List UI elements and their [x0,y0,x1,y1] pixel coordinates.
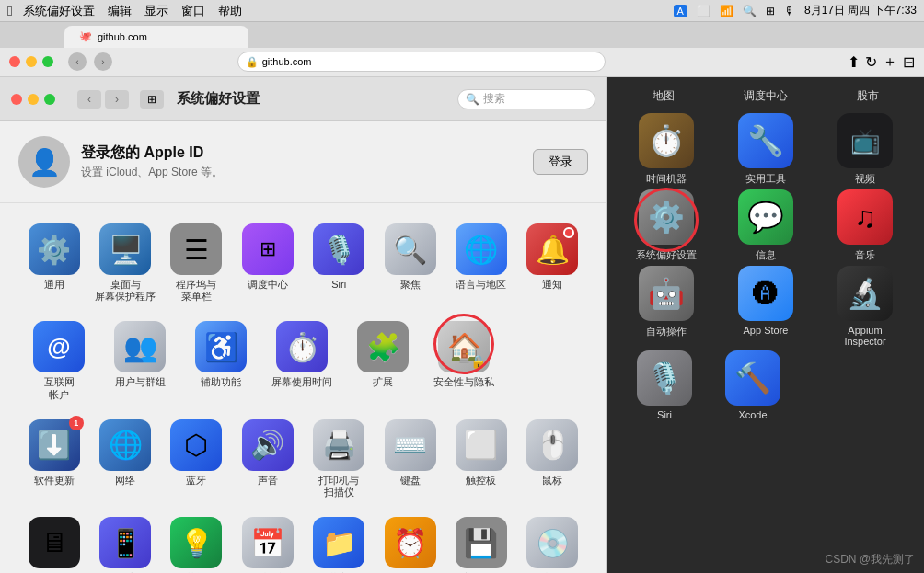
screentime-icon: ⏱️ [276,321,328,372]
add-tab-icon[interactable]: ＋ [883,52,897,72]
screentime-label: 屏幕使用时间 [271,376,332,388]
browser-tab[interactable]: 🐙 github.com [64,26,248,48]
sp-maximize-button[interactable] [44,94,55,105]
icon-desktop[interactable]: 🖥️ 桌面与屏幕保护程序 [89,218,160,308]
icon-spotlight[interactable]: 🔍 聚焦 [375,218,445,308]
icon-timemachine[interactable]: ⏰ 时间机器 [375,511,445,573]
menubar-syspref[interactable]: 系统偏好设置 [23,3,95,19]
back-button[interactable]: ‹ [68,52,87,71]
dock-icon: ☰ [170,223,222,275]
search-icon: 🔍 [466,93,479,106]
rp-app-appstore[interactable]: 🅐 App Store [729,266,803,347]
maximize-button[interactable] [42,56,53,67]
rp-xcode-label: Xcode [738,409,767,420]
sidebar-toggle-icon[interactable]: ⊟ [903,53,915,71]
icon-display[interactable]: 🖥 显示器 [18,511,89,573]
rp-timemachine-icon: ⏱️ [639,113,694,168]
siri-icon[interactable]: 🎙 [784,5,795,17]
icon-keyboard[interactable]: ⌨️ 键盘 [375,414,445,504]
forward-button[interactable]: › [94,52,112,71]
menubar-window[interactable]: 窗口 [181,3,205,19]
close-button[interactable] [9,56,20,67]
icon-datetime[interactable]: 📅 日期与时间 [232,511,303,573]
share-icon[interactable]: ⬆ [848,53,860,71]
sharing-icon: 📁 [313,517,364,568]
rp-row-1: ⏱️ 时间机器 🔧 实用工具 📺 视频 [618,113,913,186]
menubar-display[interactable]: 显示 [144,3,168,19]
rp-app-siri[interactable]: 🎙️ Siri [628,350,701,420]
users-label: 用户与群组 [115,376,166,388]
rp-app-utility[interactable]: 🔧 实用工具 [729,113,803,186]
icon-battery2[interactable]: 💡 节能 [161,511,232,573]
icon-mouse[interactable]: 🖱️ 鼠标 [517,414,588,504]
icon-printer[interactable]: 🖨️ 打印机与扫描仪 [304,414,375,504]
softupdate-label: 软件更新 [34,475,75,487]
users-icon: 👥 [114,321,166,372]
icon-users[interactable]: 👥 用户与群组 [99,315,180,406]
url-text: github.com [262,56,312,67]
syspref-search[interactable]: 🔍 搜索 [457,89,595,109]
icons-row-2: @ 互联网帐户 👥 用户与群组 ♿ 辅助功能 ⏱️ 屏幕使用时间 [18,315,588,406]
icon-dock[interactable]: ☰ 程序坞与菜单栏 [161,218,232,308]
sp-grid-button[interactable]: ⊞ [140,90,164,109]
icons-row-3: ⬇️ 1 软件更新 🌐 网络 ⬡ 蓝牙 🔊 [18,414,588,504]
sound-label: 声音 [258,475,278,487]
bluetooth-label: 蓝牙 [186,475,206,487]
icon-sharing[interactable]: 📁 共享 [304,511,375,573]
icon-internet[interactable]: @ 互联网帐户 [18,315,99,406]
search-placeholder: 搜索 [483,91,505,107]
sp-back-button[interactable]: ‹ [77,90,101,109]
rp-app-automator[interactable]: 🤖 自动操作 [629,266,703,347]
icon-screentime[interactable]: ⏱️ 屏幕使用时间 [261,315,342,406]
rp-siri-label: Siri [657,409,672,420]
rp-app-timemachine[interactable]: ⏱️ 时间机器 [629,113,703,186]
rp-app-syspref[interactable]: ⚙️ 系统偏好设置 [629,189,703,262]
icon-mission[interactable]: ⊞ 调度中心 [232,218,303,308]
desktop-label: 桌面与屏幕保护程序 [95,279,156,303]
sp-close-button[interactable] [11,94,22,105]
icon-sidecar[interactable]: 📱 随航 [89,511,160,573]
mission-label: 调度中心 [248,279,288,291]
icon-bluetooth[interactable]: ⬡ 蓝牙 [161,414,232,504]
icon-sound[interactable]: 🔊 声音 [232,414,303,504]
rp-app-appium[interactable]: 🔬 Appium Inspector [828,266,902,347]
rp-app-tv[interactable]: 📺 视频 [828,113,902,186]
refresh-icon[interactable]: ↻ [865,53,877,71]
general-label: 通用 [44,279,64,291]
icon-general[interactable]: ⚙️ 通用 [18,218,89,308]
rp-app-xcode[interactable]: 🔨 Xcode [716,350,790,420]
browser-controls: ‹ › 🔒 github.com ⬆ ↻ ＋ ⊟ [0,48,924,76]
rp-tv-icon: 📺 [837,113,893,168]
sp-minimize-button[interactable] [28,94,39,105]
sp-forward-button[interactable]: › [105,90,129,109]
minimize-button[interactable] [26,56,37,67]
rp-header-mission: 调度中心 [744,88,788,104]
mouse-label: 鼠标 [542,475,562,487]
rp-syspref-icon: ⚙️ [639,189,694,245]
icon-startup[interactable]: 💾 启动磁盘 [445,511,516,573]
icon-language[interactable]: 🌐 语言与地区 [445,218,516,308]
apple-menu[interactable]:  [7,3,12,18]
traffic-lights [9,56,53,67]
rp-app-messages[interactable]: 💬 信息 [729,189,803,262]
icon-network[interactable]: 🌐 网络 [89,414,160,504]
menubar-edit[interactable]: 编辑 [108,3,132,19]
icon-accessibility[interactable]: ♿ 辅助功能 [180,315,261,406]
icon-softupdate[interactable]: ⬇️ 1 软件更新 [18,414,89,504]
url-bar[interactable]: 🔒 github.com [237,52,606,72]
login-button[interactable]: 登录 [533,149,588,175]
icon-cddvd[interactable]: 💿 CD 与 DVD [517,511,588,573]
rp-app-music[interactable]: ♫ 音乐 [828,189,902,262]
rp-xcode-icon: 🔨 [725,350,780,406]
icon-trackpad[interactable]: ⬜ 触控板 [445,414,516,504]
control-center-icon[interactable]: ⊞ [766,5,775,17]
search-icon[interactable]: 🔍 [743,5,757,17]
icon-security[interactable]: 🏠 🔒 安全性与隐私 [423,315,504,406]
icon-siri[interactable]: 🎙️ Siri [304,218,375,308]
icon-notification[interactable]: 🔔 通知 [517,218,588,308]
icon-extensions[interactable]: 🧩 扩展 [342,315,423,406]
datetime-icon: 📅 [242,517,294,568]
menubar-help[interactable]: 帮助 [218,3,242,19]
rp-header-stocks: 股市 [857,88,879,104]
rp-messages-icon: 💬 [738,189,793,245]
